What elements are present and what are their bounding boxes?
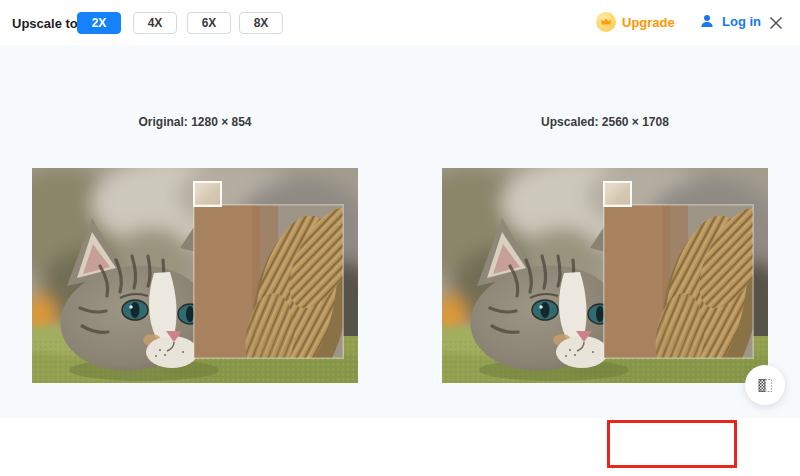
original-image <box>32 168 358 383</box>
zoom-preview-upscaled[interactable] <box>604 205 753 358</box>
top-toolbar: Upscale to: 2X 4X 6X 8X Upgrade Log in <box>0 0 800 45</box>
login-button[interactable]: Log in <box>698 12 761 30</box>
scale-option-4x[interactable]: 4X <box>133 12 177 34</box>
user-icon <box>698 12 716 30</box>
scale-option-6x[interactable]: 6X <box>187 12 231 34</box>
bottom-bar: Upload New Image Download Image <box>0 418 800 476</box>
original-size-label: Original: 1280 × 854 <box>32 115 358 129</box>
upscaled-size-label: Upscaled: 2560 × 1708 <box>442 115 768 129</box>
close-icon <box>768 15 784 31</box>
upscale-to-label: Upscale to: <box>12 16 82 31</box>
zoom-region-handle[interactable] <box>603 181 632 207</box>
login-label: Log in <box>722 14 761 29</box>
scale-option-8x[interactable]: 8X <box>239 12 283 34</box>
close-button[interactable] <box>764 11 788 35</box>
scale-option-2x[interactable]: 2X <box>77 12 121 34</box>
crown-icon <box>596 12 616 32</box>
zoom-region-handle[interactable] <box>193 181 222 207</box>
compare-icon <box>757 377 774 394</box>
comparison-area: Original: 1280 × 854 Upscaled: 2560 × 17… <box>0 45 800 418</box>
compare-toggle-button[interactable] <box>745 365 785 405</box>
upgrade-button[interactable]: Upgrade <box>596 12 675 32</box>
zoom-preview-original[interactable] <box>194 205 343 358</box>
upgrade-label: Upgrade <box>622 15 675 30</box>
upscaled-image <box>442 168 768 383</box>
